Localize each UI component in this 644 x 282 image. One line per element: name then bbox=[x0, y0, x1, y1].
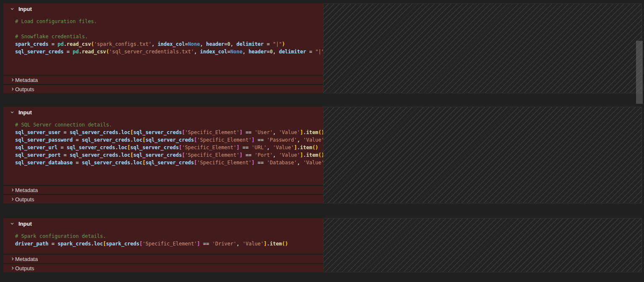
metadata-section-header[interactable]: Metadata bbox=[3, 185, 323, 194]
chevron-right-icon bbox=[10, 77, 15, 82]
cell-removed-pane: Input # SQL Server connection details.sq… bbox=[3, 107, 323, 203]
input-section-label: Input bbox=[18, 6, 32, 12]
code-line: sql_server_url = sql_server_creds.loc[sq… bbox=[15, 144, 323, 151]
diff-empty-region bbox=[323, 3, 642, 93]
input-section-header[interactable]: Input bbox=[3, 3, 323, 14]
code-editor[interactable]: # SQL Server connection details.sql_serv… bbox=[3, 118, 323, 185]
metadata-section-header[interactable]: Metadata bbox=[3, 75, 323, 84]
code-line: # SQL Server connection details. bbox=[15, 121, 323, 129]
cell-removed-pane: Input # Spark configuration details.driv… bbox=[3, 218, 323, 272]
notebook-cell: Input # Spark configuration details.driv… bbox=[3, 218, 642, 272]
metadata-section-label: Metadata bbox=[15, 77, 38, 83]
chevron-right-icon bbox=[10, 256, 15, 261]
chevron-right-icon bbox=[10, 266, 15, 271]
code-line: sql_server_password = sql_server_creds.l… bbox=[15, 136, 323, 144]
scrollbar-thumb[interactable] bbox=[636, 41, 643, 104]
code-editor[interactable]: # Spark configuration details.driver_pat… bbox=[3, 229, 323, 254]
chevron-right-icon bbox=[10, 187, 15, 192]
outputs-section-label: Outputs bbox=[15, 196, 34, 203]
outputs-section-header[interactable]: Outputs bbox=[3, 84, 323, 93]
chevron-right-icon bbox=[10, 87, 15, 92]
code-line bbox=[15, 25, 323, 33]
metadata-section-label: Metadata bbox=[15, 187, 38, 193]
input-section-header[interactable]: Input bbox=[3, 218, 323, 229]
code-line: spark_creds = pd.read_csv('spark_configs… bbox=[15, 40, 323, 48]
code-line: # Load configuration files. bbox=[15, 18, 323, 25]
notebook-cell: Input # Load configuration files.# Snowf… bbox=[3, 3, 642, 93]
diff-empty-region bbox=[323, 218, 642, 272]
code-editor[interactable]: # Load configuration files.# Snowflake c… bbox=[3, 14, 323, 75]
chevron-down-icon bbox=[9, 110, 16, 115]
code-line: sql_server_database = sql_server_creds.l… bbox=[15, 159, 323, 166]
code-line: driver_path = spark_creds.loc[spark_cred… bbox=[15, 240, 323, 248]
notebook-cell: Input # SQL Server connection details.sq… bbox=[3, 107, 642, 203]
input-section-label: Input bbox=[18, 109, 32, 116]
chevron-down-icon bbox=[9, 221, 16, 226]
code-line: sql_server_creds = pd.read_csv('sql_serv… bbox=[15, 48, 323, 55]
diff-empty-region bbox=[323, 107, 642, 203]
cell-removed-pane: Input # Load configuration files.# Snowf… bbox=[3, 3, 323, 93]
outputs-section-label: Outputs bbox=[15, 265, 34, 271]
input-section-label: Input bbox=[18, 221, 32, 227]
chevron-right-icon bbox=[10, 197, 15, 202]
code-line: # Snowflake credentials. bbox=[15, 33, 323, 40]
metadata-section-label: Metadata bbox=[15, 256, 38, 262]
chevron-down-icon bbox=[9, 6, 16, 11]
input-section-header[interactable]: Input bbox=[3, 107, 323, 118]
code-line: # Spark configuration details. bbox=[15, 232, 323, 240]
code-line: sql_server_port = sql_server_creds.loc[s… bbox=[15, 151, 323, 159]
outputs-section-header[interactable]: Outputs bbox=[3, 194, 323, 203]
outputs-section-header[interactable]: Outputs bbox=[3, 263, 323, 272]
outputs-section-label: Outputs bbox=[15, 86, 34, 92]
metadata-section-header[interactable]: Metadata bbox=[3, 254, 323, 263]
code-line: sql_server_user = sql_server_creds.loc[s… bbox=[15, 129, 323, 136]
